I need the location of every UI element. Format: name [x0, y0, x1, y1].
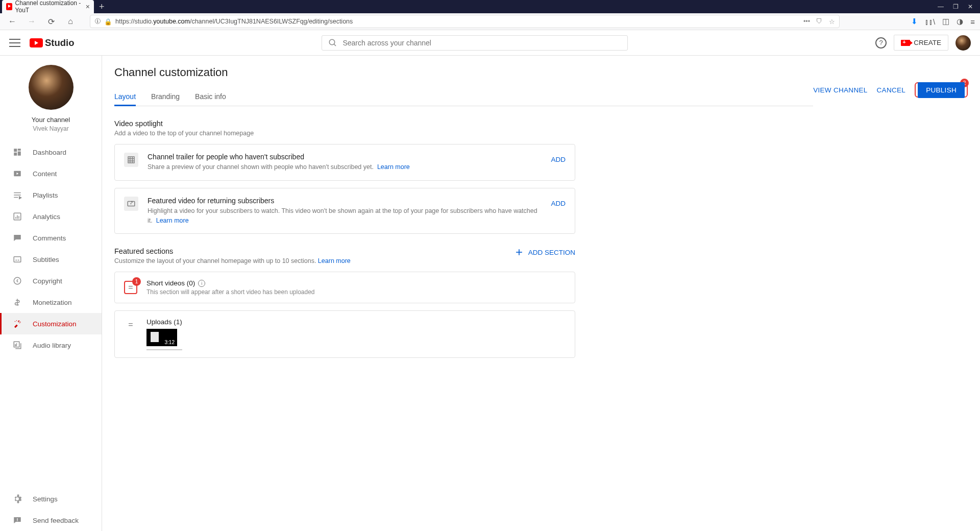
studio-logo[interactable]: Studio — [30, 37, 75, 49]
svg-point-21 — [16, 320, 17, 321]
new-tab-button[interactable]: + — [99, 2, 105, 12]
search-box[interactable] — [322, 35, 628, 51]
channel-avatar[interactable] — [29, 65, 74, 110]
app-menu-icon[interactable]: ≡ — [970, 17, 975, 26]
svg-rect-3 — [18, 149, 21, 151]
video-thumbnail[interactable]: 3:12 — [146, 329, 177, 346]
bookmark-star-icon[interactable]: ☆ — [829, 18, 835, 26]
sidebar-item-playlists[interactable]: Playlists — [0, 184, 102, 206]
add-featured-button[interactable]: ADD — [551, 197, 566, 207]
card-desc: Highlight a video for your subscribers t… — [148, 206, 542, 226]
customization-icon — [12, 319, 22, 329]
help-icon[interactable]: ? — [875, 37, 887, 49]
view-channel-button[interactable]: VIEW CHANNEL — [813, 86, 867, 94]
svg-rect-24 — [17, 520, 18, 521]
learn-more-link[interactable]: Learn more — [156, 217, 189, 224]
featured-video-card: Featured video for returning subscribers… — [114, 188, 575, 234]
section-title: Featured sections — [114, 247, 351, 255]
gear-icon — [12, 494, 22, 504]
svg-line-1 — [334, 44, 336, 46]
thumbnail-underline — [146, 349, 182, 350]
svg-rect-4 — [18, 152, 21, 156]
film-icon — [124, 153, 138, 167]
hamburger-menu[interactable] — [9, 39, 20, 47]
library-icon[interactable]: ⫿⫿\ — [925, 17, 935, 26]
learn-more-link[interactable]: Learn more — [318, 257, 351, 264]
sidebar-item-copyright[interactable]: Copyright — [0, 270, 102, 292]
sidebar-item-feedback[interactable]: Send feedback — [0, 510, 102, 531]
browser-nav-bar: ← → ⟳ ⌂ 🛈 🔒 https://studio.youtube.com/c… — [0, 13, 980, 30]
svg-marker-31 — [131, 203, 132, 204]
page-title: Channel customization — [114, 66, 813, 79]
maximize-icon[interactable]: ❐ — [953, 3, 959, 10]
account-avatar[interactable] — [955, 35, 971, 51]
sidebar-item-monetization[interactable]: Monetization — [0, 292, 102, 313]
sidebar-channel-label: Your channel — [0, 116, 102, 124]
search-input[interactable] — [342, 39, 621, 47]
video-duration: 3:12 — [163, 340, 176, 345]
browser-tab[interactable]: Channel customization - YouT × — [2, 0, 94, 13]
sidebar-item-content[interactable]: Content — [0, 163, 102, 184]
video-spotlight-section: Video spotlight Add a video to the top o… — [114, 119, 575, 234]
drag-handle-icon[interactable]: 1 = — [124, 281, 137, 294]
section-subtitle: Add a video to the top of your channel h… — [114, 130, 575, 137]
page-actions-icon[interactable]: ••• — [803, 18, 810, 25]
sidebar-item-comments[interactable]: Comments — [0, 227, 102, 249]
sidebar-item-analytics[interactable]: Analytics — [0, 206, 102, 227]
publish-button[interactable]: PUBLISH — [918, 82, 965, 98]
channel-trailer-card: Channel trailer for people who haven't s… — [114, 144, 575, 181]
sidebar-item-subtitles[interactable]: Subtitles — [0, 249, 102, 270]
tab-layout[interactable]: Layout — [114, 87, 136, 106]
playlists-icon — [12, 190, 22, 200]
close-window-icon[interactable]: ✕ — [968, 3, 973, 10]
uploads-section-card[interactable]: = Uploads (1) 3:12 — [114, 310, 575, 358]
downloads-icon[interactable]: ⬇ — [911, 17, 918, 26]
sidebar-item-dashboard[interactable]: Dashboard — [0, 141, 102, 163]
youtube-favicon — [6, 3, 12, 10]
drag-handle-icon[interactable]: = — [124, 318, 137, 331]
logo-text: Studio — [45, 37, 75, 49]
sidebar-item-audio-library[interactable]: Audio library — [0, 334, 102, 356]
sidebar-toggle-icon[interactable]: ◫ — [942, 17, 949, 26]
section-card-title: Uploads (1) — [146, 318, 182, 326]
tabs: Layout Branding Basic info — [114, 87, 813, 106]
section-title: Video spotlight — [114, 119, 575, 128]
back-button[interactable]: ← — [5, 14, 19, 29]
svg-rect-16 — [14, 257, 21, 262]
analytics-icon — [12, 211, 22, 222]
create-button[interactable]: CREATE — [894, 35, 948, 51]
sidebar: Your channel Vivek Nayyar Dashboard Cont… — [0, 56, 102, 531]
url-bar[interactable]: 🛈 🔒 https://studio.youtube.com/channel/U… — [90, 15, 840, 28]
subtitles-icon — [12, 254, 22, 264]
create-label: CREATE — [914, 39, 941, 46]
sidebar-item-settings[interactable]: Settings — [0, 488, 102, 510]
tab-basic-info[interactable]: Basic info — [195, 87, 226, 106]
forward-button[interactable]: → — [24, 14, 39, 29]
cancel-button[interactable]: CANCEL — [877, 86, 906, 94]
svg-rect-5 — [14, 153, 17, 156]
card-title: Channel trailer for people who haven't s… — [148, 153, 542, 161]
shield-icon[interactable]: 🛈 — [94, 18, 101, 25]
home-button[interactable]: ⌂ — [63, 14, 78, 29]
main-content: Channel customization Layout Branding Ba… — [102, 56, 980, 531]
info-icon[interactable]: i — [198, 280, 205, 287]
reload-button[interactable]: ⟳ — [44, 14, 58, 29]
tab-close-icon[interactable]: × — [86, 3, 90, 11]
app-topbar: Studio ? CREATE — [0, 30, 980, 56]
step-badge: 1 — [132, 277, 141, 286]
sidebar-item-customization[interactable]: Customization — [0, 313, 102, 334]
tab-title: Channel customization - YouT — [15, 0, 83, 14]
lock-icon[interactable]: 🔒 — [104, 18, 112, 26]
comments-icon — [12, 233, 22, 243]
account-icon[interactable]: ◑ — [957, 17, 963, 26]
add-trailer-button[interactable]: ADD — [551, 153, 566, 163]
feedback-icon — [12, 515, 22, 525]
minimize-icon[interactable]: — — [938, 3, 944, 10]
tab-branding[interactable]: Branding — [151, 87, 180, 106]
short-videos-section-card[interactable]: 1 = Short videos (0) i This section will… — [114, 272, 575, 303]
browser-tab-strip: Channel customization - YouT × + — ❐ ✕ — [0, 0, 980, 13]
learn-more-link[interactable]: Learn more — [377, 163, 410, 171]
add-section-button[interactable]: ADD SECTION — [514, 247, 575, 257]
page-actions: VIEW CHANNEL CANCEL 2 PUBLISH — [813, 82, 968, 98]
tracking-icon[interactable]: ⛉ — [816, 18, 823, 25]
